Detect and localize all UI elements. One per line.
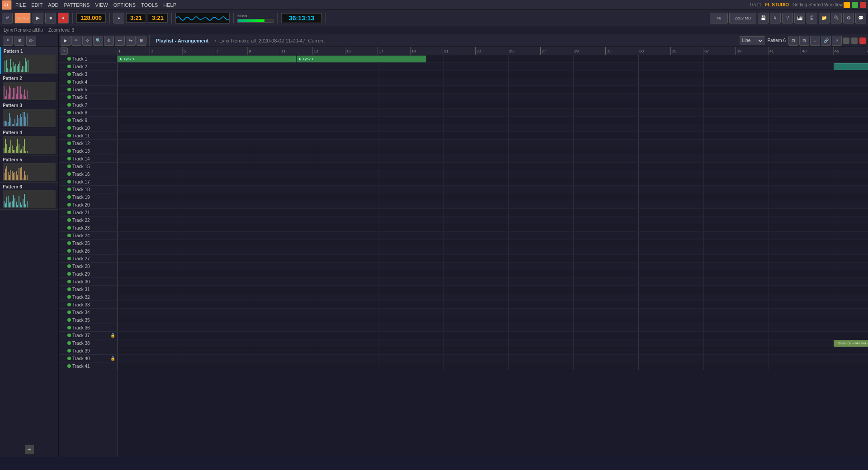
track-lane-37[interactable]: × Brooks – Lynx #2	[118, 332, 868, 339]
step-up[interactable]: ▲	[113, 13, 124, 24]
track-lane-29[interactable]	[118, 270, 868, 278]
track-header-6[interactable]: Track 6	[59, 94, 117, 101]
track-lane-35[interactable]: ►► Ultra..pact 7► Ultra..pact 7	[118, 316, 868, 324]
pattern-item-2[interactable]: Pattern 2	[0, 74, 58, 101]
menu-patterns[interactable]: PATTERNS	[61, 1, 93, 9]
track-lane-11[interactable]	[118, 132, 868, 140]
track-header-31[interactable]: Track 31	[59, 286, 117, 293]
track-lane-13[interactable]: ►	[118, 147, 868, 155]
track-header-38[interactable]: Track 38	[59, 339, 117, 347]
track-header-21[interactable]: Track 21	[59, 209, 117, 216]
track-lane-18[interactable]: 333	[118, 186, 868, 193]
track-header-17[interactable]: Track 17	[59, 178, 117, 186]
vol-bar[interactable]	[237, 19, 274, 23]
track-header-19[interactable]: Track 19	[59, 193, 117, 201]
pattern-item-5[interactable]: Pattern 5	[0, 155, 58, 183]
zoom-mode[interactable]: ⊕	[104, 36, 114, 46]
track-dot-23[interactable]	[67, 226, 71, 230]
track-dot-27[interactable]	[67, 257, 71, 260]
piano-icon[interactable]: 🎹	[794, 13, 805, 24]
track-dot-33[interactable]	[67, 303, 71, 306]
snap[interactable]: ⊞	[137, 36, 146, 46]
track-header-23[interactable]: Track 23	[59, 224, 117, 232]
track-dot-25[interactable]	[67, 241, 71, 245]
track-lane-14[interactable]	[118, 155, 868, 163]
undo[interactable]: ↩	[115, 36, 125, 46]
quantize-btn[interactable]: ⊡	[788, 36, 798, 46]
track-header-39[interactable]: Track 39	[59, 347, 117, 355]
track-header-15[interactable]: Track 15	[59, 163, 117, 170]
track-header-33[interactable]: Track 33	[59, 301, 117, 309]
track-header-3[interactable]: Track 3	[59, 70, 117, 78]
track-lane-25[interactable]	[118, 240, 868, 247]
track-dot-20[interactable]	[67, 203, 71, 207]
track-dot-39[interactable]	[67, 349, 71, 352]
track-lane-24[interactable]	[118, 232, 868, 240]
browser-icon[interactable]: 📁	[819, 13, 830, 24]
track-header-30[interactable]: Track 30	[59, 278, 117, 286]
track-lane-31[interactable]: ► Br..m ► Br..m ► Br..m► Br..m ► Br..m ►…	[118, 286, 868, 293]
track-dot-16[interactable]	[67, 172, 71, 176]
track-dot-18[interactable]	[67, 188, 71, 191]
draw-tool[interactable]: ✏	[71, 36, 81, 46]
pattern-item-4[interactable]: Pattern 4	[0, 128, 58, 155]
track-header-24[interactable]: Track 24	[59, 232, 117, 240]
playlist-play[interactable]: ▶	[61, 36, 71, 46]
menu-edit[interactable]: EDIT	[28, 1, 45, 9]
track-header-27[interactable]: Track 27	[59, 255, 117, 263]
close-btn[interactable]	[860, 2, 866, 8]
track-lane-34[interactable]: ► Ult..ter 8► Ult..ter 8	[118, 309, 868, 316]
clip-t2-0[interactable]	[834, 63, 868, 70]
track-header-13[interactable]: Track 13	[59, 147, 117, 155]
track-dot-15[interactable]	[67, 164, 71, 168]
track-dot-2[interactable]	[67, 65, 71, 68]
group-btn[interactable]: ⊞	[799, 36, 809, 46]
track-dot-36[interactable]	[67, 326, 71, 329]
track-dot-14[interactable]	[67, 157, 71, 160]
track-dot-9[interactable]	[67, 118, 71, 122]
menu-options[interactable]: OPTIONS	[111, 1, 139, 9]
menu-help[interactable]: HELP	[160, 1, 179, 9]
mic-icon[interactable]: 🎙	[770, 13, 781, 24]
pl-close[interactable]	[859, 38, 866, 44]
mixer-link[interactable]: 🔗	[821, 36, 831, 46]
track-dot-10[interactable]	[67, 126, 71, 130]
sidebar-settings[interactable]: ⚙	[14, 36, 24, 46]
lanes-scroll[interactable]: ► Lynx 1► Lynx 1► Ly..1VDE2 12_ums 5► VD…	[118, 55, 868, 457]
add-track-btn[interactable]: +	[61, 47, 68, 55]
track-lane-38[interactable]: ⁻ Balance – Master – Volume	[118, 339, 868, 347]
track-dot-38[interactable]	[67, 341, 71, 345]
track-lane-12[interactable]	[118, 140, 868, 147]
track-dot-41[interactable]	[67, 364, 71, 368]
pattern-item-1[interactable]: Pattern 1	[0, 47, 58, 74]
redo[interactable]: ↪	[126, 36, 136, 46]
track-dot-26[interactable]	[67, 249, 71, 253]
track-header-36[interactable]: Track 36	[59, 324, 117, 332]
pl-maximize[interactable]	[851, 38, 858, 44]
settings-icon[interactable]: ⚙	[843, 13, 854, 24]
arrange-btn[interactable]: ≣	[810, 36, 820, 46]
pl-minimize[interactable]	[843, 38, 849, 44]
track-header-34[interactable]: Track 34	[59, 309, 117, 316]
loop-btn[interactable]: ↺	[2, 13, 13, 24]
track-lane-39[interactable]	[118, 347, 868, 355]
menu-add[interactable]: ADD	[45, 1, 61, 9]
select-tool[interactable]: ⊹	[82, 36, 92, 46]
track-dot-4[interactable]	[67, 80, 71, 84]
fl-logo[interactable]: FL	[2, 0, 12, 10]
track-lane-23[interactable]: //	[118, 224, 868, 232]
track-dot-32[interactable]	[67, 295, 71, 299]
track-dot-17[interactable]	[67, 180, 71, 183]
bpm-display[interactable]: 128.000	[76, 13, 106, 23]
track-header-12[interactable]: Track 12	[59, 140, 117, 147]
track-lane-6[interactable]	[118, 94, 868, 101]
maximize-btn[interactable]	[852, 2, 858, 8]
track-lane-20[interactable]: ► Re..el► Re..el► Re..el	[118, 201, 868, 209]
track-lane-27[interactable]	[118, 255, 868, 263]
track-lane-19[interactable]: ► Lynx Remake all_2020-08-02 11-00-47_Cu…	[118, 193, 868, 201]
menu-view[interactable]: VIEW	[93, 1, 111, 9]
track-dot-11[interactable]	[67, 134, 71, 137]
track-header-35[interactable]: Track 35	[59, 316, 117, 324]
track-dot-35[interactable]	[67, 318, 71, 322]
track-lane-4[interactable]	[118, 78, 868, 86]
